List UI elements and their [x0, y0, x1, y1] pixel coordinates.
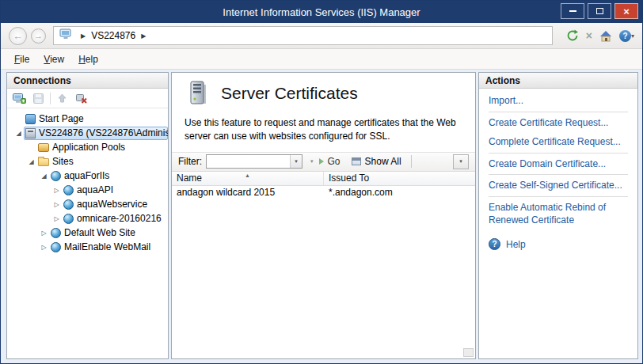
filter-input[interactable] [207, 155, 290, 168]
tree-item-aquawebservice[interactable]: ▷ aquaWebservice [7, 197, 168, 211]
tree-item-mailenable-webmail[interactable]: ▷ MailEnable WebMail [7, 240, 168, 254]
refresh-icon [566, 29, 579, 42]
tree-item-omnicare[interactable]: ▷ omnicare-20160216 [7, 211, 168, 226]
menu-view[interactable]: View [36, 51, 71, 67]
actions-separator [489, 112, 628, 112]
breadcrumb[interactable]: ▶ VS224876 ▶ [53, 26, 553, 45]
sites-folder-icon [38, 158, 49, 166]
list-header: Name ▲ Issued To [172, 172, 475, 186]
tree-item-default-web-site[interactable]: ▷ Default Web Site [7, 226, 168, 240]
application-pools-icon [38, 143, 49, 152]
tree-item-aquaapi[interactable]: ▷ aquaAPI [7, 183, 168, 197]
new-connection-button[interactable] [12, 91, 27, 105]
maximize-button[interactable] [588, 3, 611, 19]
close-button[interactable]: × [614, 3, 638, 19]
actions-separator [489, 196, 628, 197]
toolbar-separator [411, 155, 412, 168]
expander-icon[interactable]: ◢ [13, 130, 24, 137]
home-button[interactable] [599, 30, 612, 42]
forward-button[interactable]: → [31, 28, 46, 44]
back-button[interactable]: ← [9, 27, 27, 45]
breadcrumb-expand-icon[interactable]: ▶ [141, 32, 146, 40]
action-create-self-signed-certificate[interactable]: Create Self-Signed Certificate... [489, 176, 628, 195]
title-bar: Internet Information Services (IIS) Mana… [1, 1, 642, 23]
help-icon: ? [489, 238, 500, 250]
stop-icon: × [586, 30, 592, 41]
breadcrumb-server-name[interactable]: VS224876 [91, 30, 135, 41]
actions-panel: Actions Import... Create Certificate Req… [478, 72, 638, 359]
delete-connection-icon [75, 92, 88, 104]
site-icon [51, 171, 61, 181]
action-import[interactable]: Import... [489, 91, 628, 111]
certificate-name: andagon wildcard 2015 [172, 187, 324, 198]
save-connections-button[interactable] [31, 91, 46, 105]
expander-icon[interactable]: ◢ [39, 173, 49, 180]
go-options-icon[interactable]: ▾ [310, 158, 314, 165]
menu-help[interactable]: Help [71, 51, 105, 67]
group-by-dropdown[interactable]: ▾ [453, 154, 469, 169]
stop-button[interactable]: × [586, 30, 592, 41]
tree-item-start-page[interactable]: Start Page [7, 112, 168, 126]
go-button[interactable]: Go [328, 156, 341, 167]
filter-dropdown-button[interactable]: ▾ [290, 155, 302, 168]
action-create-certificate-request[interactable]: Create Certificate Request... [489, 113, 628, 133]
up-level-button[interactable] [55, 91, 70, 105]
expander-icon[interactable]: ▷ [51, 187, 62, 194]
home-icon [599, 30, 612, 42]
scrollbar-corner [463, 348, 474, 357]
chevron-down-icon: ▾ [459, 158, 462, 165]
server-node-icon [59, 28, 72, 43]
forward-icon: → [34, 31, 43, 40]
workspace: Connections Start Page [1, 70, 642, 363]
certificate-issued-to: *.andagon.com [324, 187, 393, 198]
site-icon [63, 199, 74, 210]
delete-connection-button[interactable] [74, 91, 89, 105]
toolbar-separator [50, 93, 51, 104]
connections-panel: Connections Start Page [6, 72, 169, 359]
site-icon [51, 228, 61, 238]
filter-label: Filter: [178, 156, 202, 167]
up-level-icon [56, 93, 68, 104]
expander-icon[interactable]: ▷ [51, 201, 62, 208]
expander-icon[interactable]: ▷ [39, 244, 49, 251]
server-certificates-icon [185, 80, 211, 107]
tree-item-sites[interactable]: ◢ Sites [7, 154, 168, 169]
certificate-row[interactable]: andagon wildcard 2015 *.andagon.com [172, 186, 475, 199]
refresh-button[interactable] [566, 29, 579, 42]
connections-tree: Start Page ◢ VS224876 (VS224876\Administ… [7, 108, 168, 358]
column-header-issued-to[interactable]: Issued To [324, 172, 475, 185]
expander-icon[interactable]: ◢ [26, 158, 36, 165]
window-controls: × [561, 3, 638, 19]
connections-toolbar [7, 89, 168, 108]
maximize-icon [596, 8, 603, 14]
show-all-button[interactable]: Show All [365, 156, 401, 167]
minimize-button[interactable] [561, 3, 584, 19]
filter-combo: ▾ [206, 154, 302, 169]
site-icon [63, 214, 74, 224]
tree-item-server[interactable]: ◢ VS224876 (VS224876\Administ [7, 126, 168, 140]
help-menu-button[interactable]: ? ▾ [619, 30, 634, 42]
action-create-domain-certificate[interactable]: Create Domain Certificate... [489, 154, 628, 174]
tree-item-aquaforiis[interactable]: ◢ aquaForIIs [7, 169, 168, 183]
action-complete-certificate-request[interactable]: Complete Certificate Request... [489, 132, 628, 152]
action-enable-automatic-rebind[interactable]: Enable Automatic Rebind of Renewed Certi… [489, 198, 628, 229]
back-icon: ← [13, 30, 23, 42]
action-help[interactable]: ? Help [489, 238, 628, 250]
expander-icon[interactable]: ▷ [39, 229, 49, 237]
filter-toolbar: Filter: ▾ ▾ Go Show All ▾ [172, 152, 475, 172]
window-title: Internet Information Services (IIS) Mana… [223, 6, 420, 18]
site-icon [63, 185, 74, 195]
actions-header: Actions [479, 73, 637, 89]
tree-item-application-pools[interactable]: Application Pools [7, 140, 168, 154]
feature-description: Use this feature to request and manage c… [185, 116, 462, 143]
site-icon [51, 242, 61, 252]
sort-ascending-icon: ▲ [245, 173, 250, 178]
connections-header: Connections [7, 73, 168, 89]
breadcrumb-arrow-icon[interactable]: ▶ [81, 32, 86, 40]
minimize-icon [569, 10, 576, 12]
start-page-icon [25, 114, 36, 124]
column-header-name[interactable]: Name ▲ [172, 172, 324, 185]
help-icon: ? [619, 30, 631, 42]
expander-icon[interactable]: ▷ [51, 215, 62, 222]
menu-file[interactable]: File [7, 51, 36, 67]
